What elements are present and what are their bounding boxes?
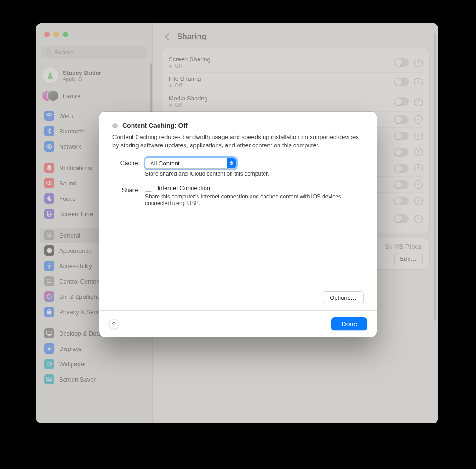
share-value: Internet Connection [158, 185, 210, 192]
sheet-description: Content Caching reduces bandwidth usage … [112, 133, 364, 149]
help-button[interactable]: ? [109, 319, 119, 329]
share-label: Share: [112, 185, 139, 193]
chevron-up-down-icon [227, 158, 236, 168]
content-caching-sheet: Content Caching: Off Content Caching red… [99, 112, 377, 337]
share-hint: Share this computer’s Internet connectio… [145, 193, 364, 206]
cache-value: All Content [150, 160, 180, 167]
sheet-title: Content Caching: Off [122, 122, 188, 129]
share-checkbox[interactable] [145, 185, 152, 192]
status-dot-icon [112, 123, 118, 128]
options-button[interactable]: Options… [323, 291, 364, 304]
cache-popup[interactable]: All Content [145, 158, 236, 169]
cache-label: Cache: [112, 158, 139, 166]
cache-hint: Store shared and iCloud content on this … [145, 171, 364, 177]
done-button[interactable]: Done [331, 317, 367, 330]
